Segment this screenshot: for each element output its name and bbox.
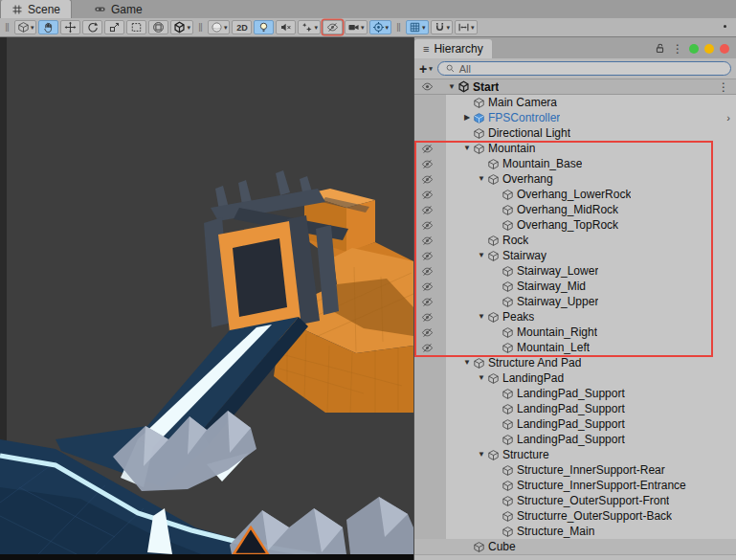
hierarchy-row[interactable]: LandingPad_Support	[414, 416, 736, 432]
grid-snap-button[interactable]: ▾	[406, 20, 429, 34]
visibility-gutter-cell[interactable]	[414, 248, 446, 263]
hierarchy-row[interactable]: Stairway_Lower	[414, 263, 736, 279]
visibility-gutter-cell[interactable]	[414, 187, 446, 202]
shading-mode-button[interactable]: ▾	[208, 20, 231, 34]
move-tool-button[interactable]	[60, 20, 80, 34]
toolbar-overflow-dot[interactable]	[724, 25, 726, 28]
visibility-gutter-cell[interactable]	[414, 478, 446, 493]
scale-tool-button[interactable]	[104, 20, 124, 34]
hierarchy-row[interactable]: Structurre_OuterSupport-Back	[414, 508, 736, 524]
scene-visibility-gutter[interactable]	[414, 79, 446, 94]
lighting-toggle-button[interactable]	[254, 20, 274, 34]
visibility-gutter-cell[interactable]	[414, 125, 446, 141]
tab-hierarchy[interactable]: ≡ Hierarchy	[414, 39, 492, 58]
hierarchy-search-input[interactable]: All	[437, 61, 731, 76]
hierarchy-row[interactable]: LandingPad_Support	[414, 432, 736, 447]
visibility-gutter-cell[interactable]	[414, 325, 446, 340]
hierarchy-row[interactable]: Stairway_Mid	[414, 279, 736, 294]
scene-kebab-icon[interactable]: ⋮	[718, 81, 736, 93]
hierarchy-row[interactable]: ▶FPSController›	[414, 110, 736, 125]
hierarchy-row[interactable]: ▼Structure	[414, 447, 736, 462]
kebab-menu-icon[interactable]: ⋮	[672, 43, 683, 55]
hierarchy-row[interactable]: ▼LandingPad	[414, 370, 736, 386]
hierarchy-row[interactable]: Mountain_Left	[414, 340, 736, 355]
rect-tool-button[interactable]	[126, 20, 146, 34]
visibility-gutter-cell[interactable]	[414, 539, 446, 554]
tab-game[interactable]: Game	[83, 0, 153, 18]
hierarchy-row[interactable]: ▼Structure And Pad	[414, 355, 736, 370]
move-snap-button[interactable]: ▾	[455, 20, 478, 34]
magnet-snap-button[interactable]: ▾	[431, 20, 454, 34]
scene-visibility-button[interactable]	[323, 20, 343, 34]
visibility-gutter-cell[interactable]	[414, 401, 446, 416]
custom-tool-button[interactable]: ▾	[170, 20, 193, 34]
visibility-gutter-cell[interactable]	[414, 447, 446, 462]
visibility-gutter-cell[interactable]	[414, 156, 446, 171]
visibility-gutter-cell[interactable]	[414, 432, 446, 447]
visibility-gutter-cell[interactable]	[414, 233, 446, 248]
visibility-gutter-cell[interactable]	[414, 171, 446, 187]
hierarchy-row[interactable]: LandingPad_Support	[414, 386, 736, 401]
visibility-gutter-cell[interactable]	[414, 370, 446, 386]
expand-arrow-icon[interactable]: ▼	[476, 313, 487, 321]
visibility-gutter-cell[interactable]	[414, 462, 446, 478]
hierarchy-row[interactable]: Structure_InnerSupport-Entrance	[414, 478, 736, 493]
visibility-gutter-cell[interactable]	[414, 110, 446, 125]
hierarchy-row[interactable]: LandingPad_Support	[414, 401, 736, 416]
expand-arrow-icon[interactable]: ▶	[461, 114, 473, 122]
visibility-gutter-cell[interactable]	[414, 202, 446, 217]
visibility-gutter-cell[interactable]	[414, 217, 446, 233]
hierarchy-row[interactable]: Cube	[414, 539, 736, 554]
expand-arrow-icon[interactable]: ▼	[476, 451, 487, 459]
hierarchy-row[interactable]: Mountain_Right	[414, 325, 736, 340]
hand-tool-button[interactable]	[38, 20, 58, 34]
mode-2d-button[interactable]: 2D	[232, 20, 252, 34]
hierarchy-row[interactable]: Overhang_MidRock	[414, 202, 736, 217]
hierarchy-row[interactable]: Mountain_Base	[414, 156, 736, 171]
visibility-gutter-cell[interactable]	[414, 340, 446, 355]
visibility-gutter-cell[interactable]	[414, 524, 446, 539]
view-options-button[interactable]: ▾	[14, 20, 37, 34]
camera-view-button[interactable]: ▾	[345, 20, 368, 34]
visibility-gutter-cell[interactable]	[414, 263, 446, 279]
hierarchy-row[interactable]: Structure_OuterSupport-Front	[414, 493, 736, 508]
hierarchy-row[interactable]: Structure_InnerSupport-Rear	[414, 462, 736, 478]
hierarchy-row[interactable]: Rock	[414, 233, 736, 248]
hierarchy-row[interactable]: Main Camera	[414, 95, 736, 110]
visibility-gutter-cell[interactable]	[414, 416, 446, 432]
visibility-gutter-cell[interactable]	[414, 386, 446, 401]
expand-arrow-icon[interactable]: ▼	[476, 252, 487, 259]
expand-arrow-icon[interactable]: ▼	[476, 374, 487, 382]
create-object-button[interactable]: + ▾	[419, 61, 433, 77]
hierarchy-row[interactable]: Overhang_LowerRock	[414, 187, 736, 202]
gizmos-toggle-button[interactable]: ▾	[369, 20, 392, 34]
hierarchy-row[interactable]: ▼Overhang	[414, 171, 736, 187]
hierarchy-row[interactable]: Structure_Main	[414, 524, 736, 539]
visibility-gutter-cell[interactable]	[414, 508, 446, 524]
hierarchy-row[interactable]: ▼Peaks	[414, 309, 736, 325]
tab-scene[interactable]: Scene	[0, 0, 72, 18]
expand-arrow-icon[interactable]: ▼	[476, 175, 487, 183]
effects-toggle-button[interactable]: ▾	[298, 20, 321, 34]
hierarchy-row[interactable]: ▼Stairway	[414, 248, 736, 263]
visibility-gutter-cell[interactable]	[414, 141, 446, 156]
hierarchy-row[interactable]: ▼Mountain	[414, 141, 736, 156]
visibility-gutter-cell[interactable]	[414, 493, 446, 508]
expand-arrow-icon[interactable]: ▼	[461, 145, 473, 152]
expand-arrow-icon[interactable]: ▼	[446, 83, 457, 91]
lock-icon[interactable]	[654, 42, 666, 55]
visibility-gutter-cell[interactable]	[414, 294, 446, 309]
prefab-chevron-icon[interactable]: ›	[726, 112, 736, 123]
visibility-gutter-cell[interactable]	[414, 95, 446, 110]
scene-header-row[interactable]: ▼ Start ⋮	[414, 79, 736, 95]
visibility-gutter-cell[interactable]	[414, 279, 446, 294]
visibility-gutter-cell[interactable]	[414, 309, 446, 325]
hierarchy-row[interactable]: Overhang_TopRock	[414, 217, 736, 233]
rotate-tool-button[interactable]	[82, 20, 102, 34]
visibility-gutter-cell[interactable]	[414, 355, 446, 370]
transform-tool-button[interactable]	[148, 20, 168, 34]
hierarchy-row[interactable]: Stairway_Upper	[414, 294, 736, 309]
expand-arrow-icon[interactable]: ▼	[461, 359, 473, 367]
audio-mute-button[interactable]	[276, 20, 296, 34]
scene-viewport[interactable]	[0, 37, 413, 560]
